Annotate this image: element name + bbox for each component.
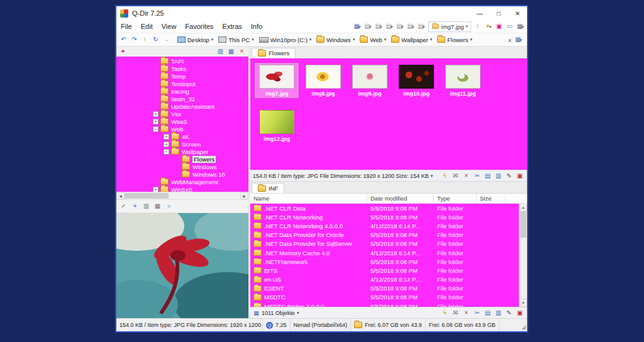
breadcrumb-windows[interactable]: Windows▾ bbox=[314, 35, 357, 45]
mail-icon[interactable]: ✉ bbox=[451, 309, 460, 317]
tree-item-webmanagement[interactable]: WebManagement bbox=[116, 178, 248, 185]
tree-item-textinput[interactable]: TextInput bbox=[116, 80, 248, 87]
tree-item-winsxs[interactable]: +WinSxS bbox=[116, 185, 248, 192]
breadcrumb-wallpaper[interactable]: Wallpaper▾ bbox=[389, 35, 435, 45]
cut-icon[interactable]: ✂ bbox=[472, 309, 482, 317]
close-red-icon[interactable]: × bbox=[462, 172, 471, 180]
close-button[interactable]: ✕ bbox=[508, 6, 527, 20]
tree-expander-icon[interactable]: − bbox=[164, 149, 169, 155]
clipboard-slot-4-icon[interactable]: ▤▾ bbox=[396, 22, 405, 31]
favorites-star-icon[interactable]: ✦▾ bbox=[484, 22, 493, 31]
zoom-in-icon[interactable]: + bbox=[130, 202, 140, 211]
monitor-icon[interactable]: ▭ bbox=[505, 22, 514, 31]
mail-icon[interactable]: ✉ bbox=[451, 172, 460, 180]
refresh-icon[interactable]: ↻ bbox=[151, 35, 160, 44]
forward-icon[interactable]: ↷ bbox=[130, 35, 139, 44]
minimize-button[interactable]: — bbox=[470, 6, 489, 20]
clipboard-slot-1-icon[interactable]: ▤▾ bbox=[364, 22, 373, 31]
resize-grip[interactable]: ◢ bbox=[517, 319, 527, 331]
chevron-down-icon[interactable]: ▾ bbox=[353, 37, 355, 42]
scrollbar-thumb[interactable] bbox=[125, 193, 169, 199]
edit-icon[interactable]: ✎ bbox=[504, 309, 514, 317]
close-red-icon[interactable]: × bbox=[462, 309, 471, 317]
delete-icon[interactable]: ▣ bbox=[515, 172, 525, 180]
column-header-name[interactable]: Name bbox=[250, 194, 367, 203]
chevron-down-icon[interactable]: ▾ bbox=[465, 24, 468, 29]
tree-item-tasks[interactable]: Tasks bbox=[116, 65, 248, 72]
chevron-down-icon[interactable]: ▾ bbox=[384, 37, 387, 42]
file-list-scrollbar[interactable]: ▲ ▼ bbox=[519, 203, 527, 307]
table-row[interactable]: .NET Data Provider for Oracle5/5/2018 9:… bbox=[250, 231, 527, 240]
paste-icon[interactable]: ▥ bbox=[494, 172, 503, 180]
tree-item-windows-10[interactable]: Windows 10 bbox=[116, 170, 248, 178]
tree-item-tapi[interactable]: TAPI bbox=[116, 57, 248, 65]
column-header-size[interactable]: Size bbox=[477, 194, 506, 203]
quick-links-icon[interactable]: ✦ bbox=[118, 47, 128, 56]
chevron-down-icon[interactable]: ▾ bbox=[430, 37, 433, 42]
chevron-down-icon[interactable]: ▾ bbox=[470, 37, 472, 42]
pane-select-icon[interactable]: ▦▾ bbox=[514, 35, 523, 44]
apply-check-icon[interactable]: ✓ bbox=[119, 202, 128, 211]
clipboard-slot-2-icon[interactable]: ▤▾ bbox=[374, 22, 384, 31]
tree-layout-2-icon[interactable]: ▦ bbox=[226, 47, 236, 56]
table-row[interactable]: .NET Memory Cache 4.04/12/2018 6:14 P...… bbox=[250, 248, 527, 257]
views-menu-icon[interactable]: ▦▾ bbox=[353, 22, 362, 31]
table-row[interactable]: BITS5/5/2018 9:08 PMFile folder bbox=[250, 266, 527, 275]
tree-expander-icon[interactable]: + bbox=[153, 187, 158, 192]
tree-item-web[interactable]: −Web bbox=[116, 125, 248, 133]
flash-icon[interactable]: ϟ bbox=[440, 309, 450, 317]
breadcrumb-desktop[interactable]: Desktop▾ bbox=[175, 35, 216, 45]
table-row[interactable]: .NET CLR Data5/5/2018 9:08 PMFile folder bbox=[250, 204, 527, 212]
tab-flowers[interactable]: Flowers bbox=[252, 48, 296, 58]
menu-item-edit[interactable]: Edit bbox=[136, 23, 157, 30]
thumbnail-img10[interactable]: img10.jpg bbox=[394, 63, 438, 98]
clipboard-slot-6-icon[interactable]: ▤▾ bbox=[417, 22, 426, 31]
scrollbar-thumb[interactable] bbox=[520, 211, 526, 238]
layout-b-icon[interactable]: ▦ bbox=[153, 202, 162, 211]
send-to-icon[interactable]: ↑ bbox=[473, 22, 482, 31]
table-row[interactable]: MSDTC Bridge 3.0.0.05/5/2018 9:08 PMFile… bbox=[250, 302, 527, 307]
tree-expander-icon[interactable]: + bbox=[153, 119, 158, 124]
thumbnail-img9[interactable]: img9.jpg bbox=[348, 63, 392, 98]
thumbnail-img7[interactable]: img7.jpg bbox=[255, 63, 299, 98]
scroll-down-icon[interactable]: ▼ bbox=[519, 299, 527, 307]
tree-item-screen[interactable]: +Screen bbox=[116, 140, 248, 148]
copy-icon[interactable]: ▤ bbox=[483, 309, 492, 317]
tree-item-tracing[interactable]: tracing bbox=[116, 87, 248, 95]
title-bar[interactable]: Q-Dir 7.25 —□✕ bbox=[116, 6, 527, 20]
cut-icon[interactable]: ✂ bbox=[472, 172, 482, 180]
column-header-type[interactable]: Type bbox=[434, 194, 477, 203]
tree-horizontal-scrollbar[interactable]: ◀ ▶ bbox=[116, 192, 248, 199]
scroll-up-icon[interactable]: ▲ bbox=[519, 203, 527, 211]
thumbnail-img8[interactable]: img8.jpg bbox=[301, 63, 345, 98]
thumbnail-img12[interactable]: img12.jpg bbox=[255, 108, 299, 143]
chevron-down-icon[interactable]: ▾ bbox=[252, 37, 254, 42]
tree-item-vss[interactable]: +Vss bbox=[116, 110, 248, 118]
edit-icon[interactable]: ✎ bbox=[504, 172, 514, 180]
magenta-theme-icon[interactable]: ▣ bbox=[494, 22, 504, 31]
up-icon[interactable]: ↑ bbox=[140, 35, 150, 44]
scroll-left-icon[interactable]: ◀ bbox=[116, 192, 125, 199]
breadcrumb-web[interactable]: Web▾ bbox=[357, 35, 389, 45]
list-view-icon[interactable]: ▦ bbox=[253, 309, 260, 316]
goto-icon[interactable]: → bbox=[162, 35, 171, 44]
tree-close-icon[interactable]: × bbox=[237, 47, 247, 56]
tree-layout-1-icon[interactable]: ▥ bbox=[216, 47, 225, 56]
tree-item-waas[interactable]: +WaaS bbox=[116, 118, 248, 125]
chevron-down-icon[interactable]: ▾ bbox=[431, 174, 433, 179]
clipboard-slot-3-icon[interactable]: ▤▾ bbox=[385, 22, 394, 31]
magnifier-icon[interactable]: ○ bbox=[164, 202, 174, 211]
scroll-right-icon[interactable]: ▶ bbox=[240, 192, 248, 199]
tab-inf[interactable]: INF bbox=[252, 183, 284, 193]
tree-item-4k[interactable]: +4K bbox=[116, 133, 248, 140]
tree-item-updateassistant[interactable]: UpdateAssistant bbox=[116, 102, 248, 110]
addressbar-close-button[interactable]: x bbox=[508, 36, 511, 43]
chevron-down-icon[interactable]: ▾ bbox=[297, 311, 299, 316]
maximize-button[interactable]: □ bbox=[489, 6, 508, 20]
paste-icon[interactable]: ▥ bbox=[494, 309, 503, 317]
clipboard-slot-5-icon[interactable]: ▤▾ bbox=[406, 22, 416, 31]
menu-item-favorites[interactable]: Favorites bbox=[180, 23, 218, 30]
menu-item-extras[interactable]: Extras bbox=[218, 23, 247, 30]
delete-icon[interactable]: ▣ bbox=[515, 309, 525, 317]
breadcrumb-flowers[interactable]: Flowers▾ bbox=[435, 35, 475, 45]
